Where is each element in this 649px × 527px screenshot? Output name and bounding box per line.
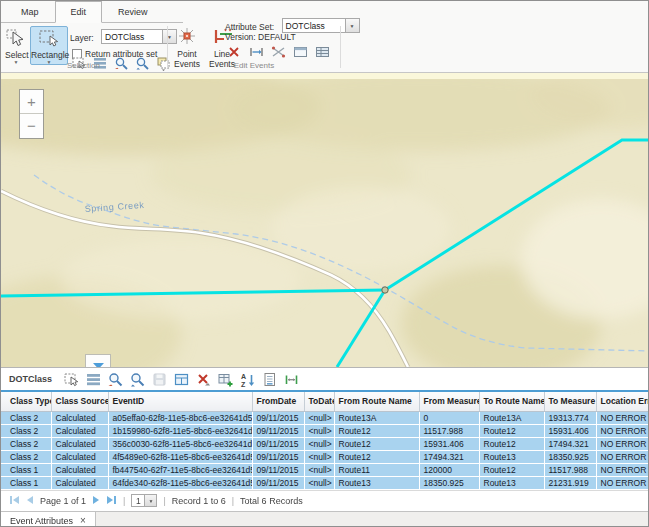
- cell-from-date: 09/11/2015: [252, 424, 304, 437]
- zoom-in-button[interactable]: +: [20, 90, 43, 114]
- panel-collapse-tab[interactable]: [85, 354, 111, 367]
- cell-to-route-name: Route12: [479, 437, 544, 450]
- column-header[interactable]: EventID: [108, 392, 252, 411]
- close-icon[interactable]: ×: [80, 516, 86, 525]
- page-select-dropdown[interactable]: 1 ▼: [131, 494, 157, 507]
- cell-class-source: Calculated: [51, 424, 108, 437]
- cell-to-date: <null>: [304, 424, 334, 437]
- cell-location-error: NO ERROR: [596, 450, 649, 463]
- column-header[interactable]: From Measure: [419, 392, 479, 411]
- cell-location-error: NO ERROR: [596, 476, 649, 489]
- table-row[interactable]: Class 2 Calculated 1b159980-62f8-11e5-8b…: [1, 424, 649, 437]
- event-window-icon[interactable]: [293, 45, 308, 60]
- cell-event-id: a05effa0-62f8-11e5-8bc6-ee32641d5ec9: [108, 411, 252, 424]
- cell-to-route-name: Route13: [479, 476, 544, 489]
- cell-class-type: Class 1: [1, 463, 51, 476]
- cell-to-route-name: Route12: [479, 463, 544, 476]
- column-header[interactable]: Class Source: [51, 392, 108, 411]
- event-table-icon[interactable]: [315, 45, 330, 60]
- record-range-label: Record 1 to 6: [172, 496, 226, 506]
- map-canvas[interactable]: Spring Creek + −: [1, 79, 649, 367]
- cell-from-measure: 17494.321: [419, 450, 479, 463]
- table-row[interactable]: Class 1 Calculated fb447540-62f7-11e5-8b…: [1, 463, 649, 476]
- cell-to-route-name: Route12: [479, 424, 544, 437]
- switch-layout-icon[interactable]: [173, 371, 190, 388]
- cell-from-route-name: Route13A: [334, 411, 419, 424]
- tab-map[interactable]: Map: [5, 1, 55, 23]
- add-records-icon[interactable]: [217, 371, 234, 388]
- pan-to-selection-icon[interactable]: [129, 371, 146, 388]
- ribbon-divider: [167, 26, 168, 68]
- cell-class-source: Calculated: [51, 411, 108, 424]
- cell-to-measure: 11517.988: [544, 463, 596, 476]
- show-records-icon[interactable]: [85, 371, 102, 388]
- tab-edit[interactable]: Edit: [55, 1, 103, 23]
- cell-to-measure: 15931.406: [544, 424, 596, 437]
- next-page-icon[interactable]: [92, 495, 100, 507]
- event-attributes-panel: DOTClass AZ Class TypeClass SourceEventI…: [1, 367, 648, 527]
- pager-separator: |: [123, 496, 125, 506]
- delete-event-icon[interactable]: [227, 45, 242, 60]
- sort-icon[interactable]: AZ: [239, 371, 256, 388]
- event-attributes-tab-label: Event Attributes: [10, 516, 73, 526]
- selection-group-label: Selection: [1, 61, 166, 70]
- table-row[interactable]: Class 2 Calculated a05effa0-62f8-11e5-8b…: [1, 411, 649, 424]
- route-junction-marker[interactable]: [382, 287, 388, 293]
- split-event-icon[interactable]: [249, 45, 264, 60]
- tab-review[interactable]: Review: [102, 1, 164, 23]
- page-select-value[interactable]: 1: [131, 494, 145, 507]
- column-header[interactable]: ToDate: [304, 392, 334, 411]
- previous-page-icon[interactable]: [26, 495, 34, 507]
- attribute-form-icon[interactable]: [261, 371, 278, 388]
- event-editor-window: Map Edit Review Select ▼ Rectangle ▼ Lay…: [0, 0, 649, 527]
- merge-event-icon[interactable]: [271, 45, 286, 60]
- column-header[interactable]: From Route Name: [334, 392, 419, 411]
- cell-class-source: Calculated: [51, 463, 108, 476]
- cell-class-type: Class 2: [1, 411, 51, 424]
- edit-events-group-label: Edit Events: [169, 61, 339, 70]
- column-header[interactable]: To Route Name: [479, 392, 544, 411]
- first-page-icon[interactable]: [9, 495, 20, 507]
- cell-to-measure: 17494.321: [544, 437, 596, 450]
- save-icon[interactable]: [151, 371, 168, 388]
- clear-selection-icon[interactable]: [195, 371, 212, 388]
- cell-to-measure: 18350.925: [544, 450, 596, 463]
- zoom-to-selection-icon[interactable]: [107, 371, 124, 388]
- panel-layer-label: DOTClass: [9, 374, 52, 384]
- column-header[interactable]: Location Error: [596, 392, 649, 411]
- column-header[interactable]: FromDate: [252, 392, 304, 411]
- cell-from-date: 09/11/2015: [252, 411, 304, 424]
- last-page-icon[interactable]: [106, 495, 117, 507]
- zoom-out-button[interactable]: −: [20, 114, 43, 138]
- cell-event-id: fb447540-62f7-11e5-8bc6-ee32641d5ec9: [108, 463, 252, 476]
- select-tool-button[interactable]: Select ▼: [4, 26, 28, 65]
- cell-from-route-name: Route13: [334, 476, 419, 489]
- cell-class-type: Class 2: [1, 437, 51, 450]
- column-header[interactable]: Class Type: [1, 392, 51, 411]
- cell-location-error: NO ERROR: [596, 437, 649, 450]
- rectangle-tool-icon: [38, 40, 60, 50]
- cell-location-error: NO ERROR: [596, 424, 649, 437]
- page-select-caret-icon[interactable]: ▼: [145, 494, 157, 507]
- cell-from-route-name: Route11: [334, 463, 419, 476]
- table-row[interactable]: Class 2 Calculated 356c0030-62f8-11e5-8b…: [1, 437, 649, 450]
- map-zoom-control: + −: [19, 89, 44, 139]
- attribute-set-dropdown-caret-icon[interactable]: ▼: [346, 18, 360, 33]
- ribbon-divider-2: [340, 26, 341, 68]
- table-row[interactable]: Class 1 Calculated 64fde340-62f8-11e5-8b…: [1, 476, 649, 489]
- cell-to-date: <null>: [304, 476, 334, 489]
- rectangle-tool-button[interactable]: Rectangle ▼: [30, 26, 68, 65]
- cell-class-type: Class 2: [1, 450, 51, 463]
- cell-class-type: Class 2: [1, 424, 51, 437]
- tab-event-attributes[interactable]: Event Attributes ×: [1, 512, 96, 527]
- cell-event-id: 64fde340-62f8-11e5-8bc6-ee32641d5ec9: [108, 476, 252, 489]
- select-features-icon[interactable]: [63, 371, 80, 388]
- cell-location-error: NO ERROR: [596, 463, 649, 476]
- panel-tab-bar: Event Attributes ×: [1, 511, 648, 527]
- zoom-to-measure-icon[interactable]: [283, 371, 300, 388]
- table-row[interactable]: Class 2 Calculated 4f5489e0-62f8-11e5-8b…: [1, 450, 649, 463]
- version-label: Version: DEFAULT: [225, 32, 296, 42]
- event-table: Class TypeClass SourceEventIDFromDateToD…: [1, 392, 649, 490]
- column-header[interactable]: To Measure: [544, 392, 596, 411]
- cell-to-date: <null>: [304, 411, 334, 424]
